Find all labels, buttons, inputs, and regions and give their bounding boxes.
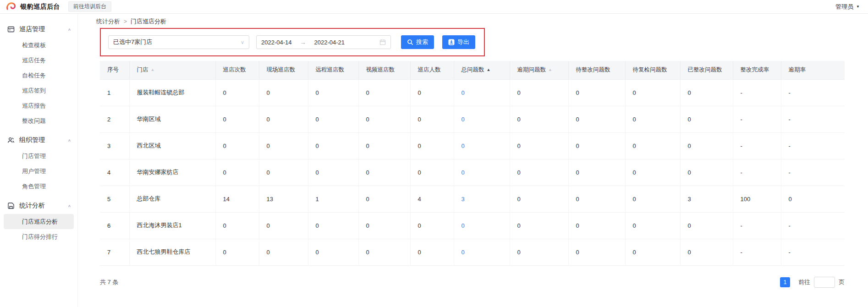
cell-total-issues-link[interactable]: 0 [454,159,510,186]
sort-caret-icon: ▲ [151,67,155,72]
col-store[interactable]: 门店▲ [129,61,215,79]
cell-value: 0 [215,212,259,239]
cell-value: 3 [680,186,733,212]
sidebar-item-inspection-report[interactable]: 巡店报告 [0,98,77,113]
cell-index: 4 [100,159,129,186]
training-backend-button[interactable]: 前往培训后台 [68,1,111,12]
cell-index: 6 [100,212,129,239]
cell-value: 0 [680,106,733,132]
cell-value: 0 [568,132,625,159]
col-onsite-count: 现场巡店数 [259,61,308,79]
sidebar-item-check-template[interactable]: 检查模板 [0,38,77,53]
cell-value: 0 [568,79,625,106]
cell-store-name: 西北区域 [129,132,215,159]
breadcrumb-parent[interactable]: 统计分析 [96,17,120,26]
breadcrumb-current: 门店巡店分析 [131,17,166,26]
cell-value: 0 [215,159,259,186]
sidebar-item-role-mgmt[interactable]: 角色管理 [0,179,77,194]
cell-value: 0 [259,212,308,239]
cell-value: 0 [510,239,568,265]
cell-value: 0 [410,132,454,159]
table-row: 5总部仓库1413104300031000 [100,186,845,212]
goto-page-input[interactable] [814,277,835,288]
cell-value: 0 [358,186,410,212]
cell-value: 0 [781,186,845,212]
sidebar-section-org-mgmt[interactable]: 组织管理 ∧ [0,132,77,148]
cell-total-issues-link[interactable]: 0 [454,106,510,132]
cell-value: 0 [358,212,410,239]
cell-value: 0 [308,212,358,239]
cell-value: 1 [308,186,358,212]
sidebar-section-statistics[interactable]: 统计分析 ∧ [0,197,77,214]
cell-value: - [781,212,845,239]
user-menu-label: 管理员 [835,3,853,11]
cell-total-issues-link[interactable]: 3 [454,186,510,212]
cell-value: - [781,79,845,106]
cell-value: 0 [625,132,680,159]
page-number-button[interactable]: 1 [780,277,790,287]
cell-index: 1 [100,79,129,106]
cell-value: 0 [358,132,410,159]
cell-total-issues-link[interactable]: 0 [454,239,510,265]
cell-value: 0 [308,106,358,132]
cell-value: 0 [358,106,410,132]
cell-value: 0 [308,159,358,186]
disk-icon [7,202,15,209]
date-range-picker[interactable]: 2022-04-14 → 2022-04-21 [256,35,391,49]
chevron-up-icon: ∧ [68,27,71,32]
sidebar-item-self-check-task[interactable]: 自检任务 [0,68,77,83]
cell-value: 0 [215,239,259,265]
app-logo-icon [5,1,16,12]
sidebar-item-store-mgmt[interactable]: 门店管理 [0,148,77,164]
col-total-issues[interactable]: 总问题数▲ [454,61,510,79]
cell-value: - [733,79,781,106]
export-button[interactable]: 导出 [442,35,475,49]
col-overdue-issues[interactable]: 逾期问题数▲ [510,61,568,79]
date-start-value: 2022-04-14 [261,39,292,46]
cell-value: 0 [510,212,568,239]
sidebar-item-user-mgmt[interactable]: 用户管理 [0,164,77,179]
col-remote-count: 远程巡店数 [308,61,358,79]
date-end-value: 2022-04-21 [314,39,345,46]
cell-value: 0 [259,79,308,106]
cell-value: 0 [259,132,308,159]
cell-total-issues-link[interactable]: 0 [454,212,510,239]
cell-value: 0 [625,106,680,132]
panel-icon [7,26,15,33]
cell-total-issues-link[interactable]: 0 [454,132,510,159]
table-row: 7西北七狼男鞋仓库店0000000000-- [100,239,845,265]
cell-index: 5 [100,186,129,212]
user-menu[interactable]: 管理员 ▼ [835,3,860,11]
col-rectify-rate: 整改完成率 [733,61,781,79]
sort-caret-icon: ▲ [548,67,552,72]
main-content: 统计分析 > 门店巡店分析 已选中7家门店 ∨ 2022-04-14 → 202… [78,14,868,307]
sidebar-item-store-score-ranking[interactable]: 门店得分排行 [0,229,77,244]
col-index: 序号 [100,61,129,79]
cell-store-name: 华南区域 [129,106,215,132]
cell-value: 0 [568,159,625,186]
cell-value: - [781,132,845,159]
breadcrumb: 统计分析 > 门店巡店分析 [96,14,853,25]
cell-value: 0 [680,79,733,106]
breadcrumb-separator-icon: > [124,18,127,25]
cell-total-issues-link[interactable]: 0 [454,79,510,106]
sidebar-item-store-inspection-analysis[interactable]: 门店巡店分析 [4,214,74,229]
cell-value: 14 [215,186,259,212]
cell-value: 0 [625,186,680,212]
table-footer: 共 7 条 1 前往 页 [100,277,845,288]
col-rectified: 已整改问题数 [680,61,733,79]
sidebar-item-rectification-issues[interactable]: 整改问题 [0,113,77,128]
cell-value: 0 [510,186,568,212]
table-row: 6西北海沐男装店10000000000-- [100,212,845,239]
pagination: 1 前往 页 [780,277,845,288]
table-row: 2华南区域0000000000-- [100,106,845,132]
cell-value: 0 [259,159,308,186]
search-button[interactable]: 搜索 [401,35,434,49]
cell-value: 0 [410,79,454,106]
sidebar-item-inspection-signin[interactable]: 巡店签到 [0,83,77,98]
cell-store-name: 总部仓库 [129,186,215,212]
sidebar-item-inspection-task[interactable]: 巡店任务 [0,53,77,68]
sidebar-section-inspection-mgmt[interactable]: 巡店管理 ∧ [0,21,77,38]
table-row: 1服装鞋帽连锁总部0000000000-- [100,79,845,106]
store-select[interactable]: 已选中7家门店 ∨ [108,35,249,49]
